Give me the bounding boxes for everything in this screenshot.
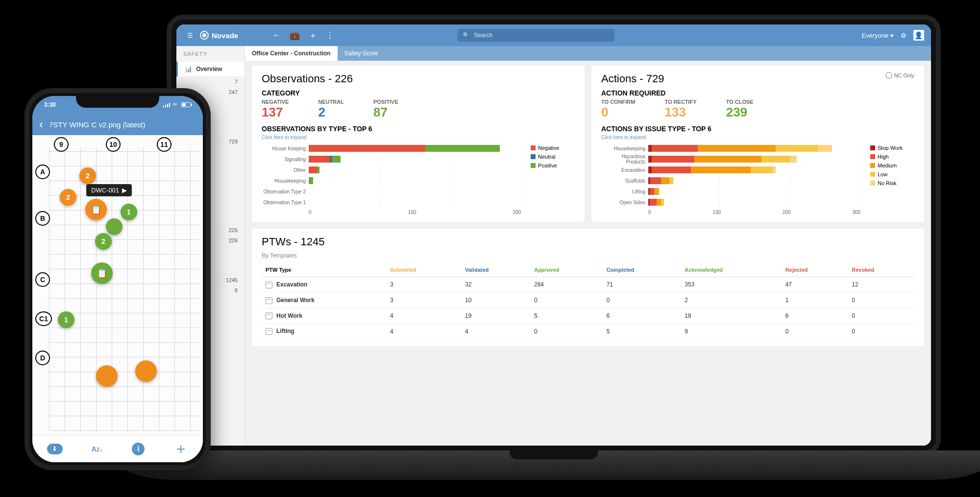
chart-segment (761, 156, 790, 163)
tab-office-center[interactable]: Office Center - Construction (245, 46, 338, 61)
nc-only-toggle[interactable]: NC Only (886, 72, 914, 78)
pos-label: POSITIVE (373, 99, 398, 105)
th-submitted[interactable]: Submitted (386, 263, 461, 277)
map-pin-clipboard[interactable]: 📋 (91, 262, 113, 284)
th-type[interactable]: PTW Type (262, 263, 386, 277)
col-label: 9 (54, 137, 69, 152)
back-icon[interactable]: ‹ (39, 118, 43, 131)
search-input[interactable]: 🔍 Search (458, 29, 614, 42)
th-rejected[interactable]: Rejected (782, 263, 848, 277)
act-legend: Stop Work High Medium Low No Risk (870, 143, 914, 215)
cloud-download-icon[interactable]: ⬇ (47, 444, 63, 454)
chart-row: Open Sides (601, 197, 860, 208)
chart-segment (650, 199, 657, 206)
th-acknowledged[interactable]: Acknowledged (681, 263, 781, 277)
chart-segment (669, 177, 673, 184)
chart-row-label: Excavation (601, 167, 648, 173)
account-icon[interactable]: 👤 (913, 30, 924, 41)
map-pin[interactable] (96, 365, 118, 387)
observations-panel: Observations - 226 CATEGORY NEGATIVE137 … (252, 66, 585, 222)
ptw-title: PTWs - 1245 (262, 236, 914, 248)
menu-icon[interactable]: ☰ (183, 32, 197, 39)
chart-axis: 0100200300 (648, 210, 860, 215)
legend-swatch-icon (531, 145, 536, 150)
obs-chart-expand[interactable]: Click here to expand (262, 135, 575, 140)
obs-chart-row: House KeepingSignallingOtherHousekeeping… (262, 143, 575, 215)
chart-row-label: Observation Type 1 (262, 200, 309, 205)
chart-bar-area (309, 156, 521, 163)
map-pin[interactable]: 1 (58, 311, 74, 328)
legend-swatch-icon (870, 172, 875, 177)
signal-icon (163, 102, 170, 107)
calendar-icon (266, 312, 272, 319)
chart-row: Signalling (262, 154, 521, 165)
chart-segment (790, 156, 797, 163)
phone-frame: 3:30 ⌔ ‹ 7STY WING C v2.png (latest) 9 1… (24, 88, 211, 470)
axis-tick: 300 (852, 210, 860, 215)
chart-row-label: Other (262, 167, 309, 173)
table-row[interactable]: General Work31000210 (262, 292, 914, 308)
map-pin[interactable] (106, 218, 122, 235)
th-revoked[interactable]: Revoked (848, 263, 914, 277)
briefcase-icon[interactable]: 💼 (290, 30, 300, 41)
nc-only-label: NC Only (894, 72, 914, 78)
observations-chart[interactable]: House KeepingSignallingOtherHousekeeping… (262, 143, 521, 215)
axis-tick: 100 (712, 210, 721, 215)
map-pin[interactable]: 2 (95, 233, 112, 250)
chart-segment (309, 166, 317, 173)
actions-chart[interactable]: HousekeepingHazardous ProductsExcavation… (601, 143, 860, 215)
map-pin[interactable]: 1 (121, 204, 137, 220)
chart-segment (309, 145, 425, 152)
th-validated[interactable]: Validated (461, 263, 530, 277)
ptw-panel: PTWs - 1245 By Templates PTW Type Submit… (252, 229, 924, 346)
plus-icon[interactable]: ＋ (173, 439, 188, 459)
scope-dropdown[interactable]: Everyone (861, 32, 894, 39)
sidebar-count[interactable]: 7 (176, 76, 245, 87)
tab-safety-score[interactable]: Safety Score (338, 46, 385, 61)
chart-segment (694, 156, 761, 163)
map-pin[interactable]: 2 (79, 167, 96, 184)
map-pin[interactable]: 2 (60, 189, 76, 206)
plus-icon[interactable]: ＋ (309, 30, 317, 41)
app-logo[interactable]: Novade (200, 31, 238, 40)
legend-label: Stop Work (878, 145, 903, 151)
chart-segment (317, 166, 319, 173)
ptw-table: PTW Type Submitted Validated Approved Co… (262, 263, 914, 339)
chart-row: Scaffolds (601, 175, 860, 186)
table-row[interactable]: Hot Work419561860 (262, 308, 914, 324)
header-toolbar: ← 💼 ＋ ⋮ (272, 30, 334, 41)
gear-icon[interactable]: ⚙ (901, 32, 906, 39)
search-placeholder: Search (474, 32, 492, 39)
chart-bar-area (309, 166, 521, 173)
nc-only-checkbox[interactable] (886, 72, 892, 78)
sort-az-icon[interactable]: AZ↓ (92, 445, 103, 453)
legend-label: No Risk (878, 180, 897, 186)
chart-segment (657, 199, 661, 206)
calendar-icon (266, 328, 272, 335)
laptop-trackpad-notch (510, 450, 598, 459)
calendar-icon (266, 282, 272, 288)
sidebar-item-overview[interactable]: 📊 Overview (176, 62, 245, 76)
chart-row: Observation Type 1 (262, 197, 521, 208)
table-row[interactable]: Excavation332284713534712 (262, 277, 914, 293)
more-vert-icon[interactable]: ⋮ (326, 30, 334, 41)
legend-label: Neutral (538, 154, 555, 160)
row-label: C (35, 272, 50, 287)
chart-row: House Keeping (262, 143, 521, 154)
pin-callout[interactable]: DWC-001 ▶ (86, 184, 132, 196)
laptop-screen: ☰ Novade ← 💼 ＋ ⋮ 🔍 Search Everyone ⚙ 👤 (176, 24, 931, 446)
confirm-label: TO CONFIRM (601, 99, 635, 105)
th-completed[interactable]: Completed (603, 263, 681, 277)
back-icon[interactable]: ← (272, 30, 281, 40)
action-stats: TO CONFIRM0 TO RECTIFY133 TO CLOSE239 (601, 99, 914, 120)
chart-row: Hazardous Products (601, 154, 860, 165)
floor-plan-view[interactable]: 9 10 11 A B C C1 D 2 2 📋 1 2 📋 1 DWC-001… (32, 135, 203, 435)
table-row[interactable]: Lifting4405900 (262, 324, 914, 339)
map-pin[interactable] (135, 360, 157, 382)
chart-segment (332, 156, 341, 163)
chart-bar-area (648, 145, 860, 152)
info-icon[interactable]: i (132, 443, 145, 455)
th-approved[interactable]: Approved (530, 263, 603, 277)
map-pin-clipboard[interactable]: 📋 (85, 199, 107, 220)
act-chart-expand[interactable]: Click here to expand (601, 135, 914, 140)
